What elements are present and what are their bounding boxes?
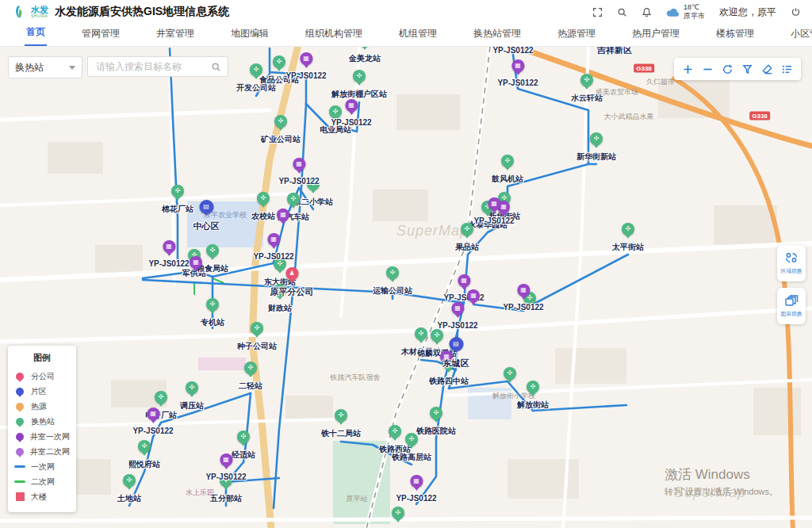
pin-heat-exchange-station[interactable]: ✣ <box>504 367 516 380</box>
pin-heat-exchange-station[interactable]: ✣金美龙站 <box>349 47 381 64</box>
tab-小区管理[interactable]: 小区管理 <box>789 22 812 46</box>
bell-icon[interactable] <box>642 7 652 17</box>
reset-view-icon[interactable] <box>718 59 737 78</box>
pin-well[interactable]: ▦YP-JS0122 <box>148 240 189 268</box>
tab-地图编辑[interactable]: 地图编辑 <box>229 22 270 46</box>
search-category-select[interactable]: 换热站 <box>8 56 82 78</box>
area-switch-label: 区域切换 <box>780 267 802 274</box>
pin-heat-exchange-station[interactable]: ✣运输公司站 <box>373 266 412 297</box>
pin-heat-exchange-station[interactable]: ✣水云轩站 <box>571 74 603 104</box>
pin-well[interactable]: ▦ <box>190 256 202 269</box>
pin-well-icon: ▦ <box>300 52 312 65</box>
pin-well[interactable]: ▦YP-JS0122 <box>473 197 514 225</box>
tab-管网管理[interactable]: 管网管理 <box>80 22 121 46</box>
search-icon[interactable] <box>617 7 627 17</box>
pin-well[interactable]: ▦YP-JS0122 <box>396 475 436 503</box>
pin-district[interactable]: ▤中心区 <box>193 200 220 232</box>
pin-heat-exchange-station[interactable]: ✣鼓风机站 <box>492 155 523 185</box>
pin-well[interactable]: ▦YP-JS0122 <box>285 52 326 80</box>
tab-首页[interactable]: 首页 <box>25 21 47 46</box>
map-block <box>48 142 103 174</box>
legend-item-label: 井室二次网 <box>30 446 70 457</box>
pin-well[interactable]: ▦YP-JS0122 <box>253 233 293 261</box>
pin-well-icon: ▦ <box>190 256 202 269</box>
pin-heat-exchange-station-icon: ✣ <box>274 115 287 128</box>
pin-well[interactable]: ▦YP-JS0122 <box>278 158 319 186</box>
area-switch-button[interactable]: 区域切换 <box>777 245 806 281</box>
pin-heat-exchange-station[interactable]: ✣土地站 <box>117 474 141 504</box>
tab-热用户管理[interactable]: 热用户管理 <box>630 22 681 46</box>
marker-label: YP-JS0122 <box>205 473 246 481</box>
chevron-down-icon <box>69 66 75 73</box>
marker-label: 二轻站 <box>239 381 262 392</box>
legend-pin-swatch <box>16 388 24 396</box>
pin-well[interactable]: ▦YP-JS0122 <box>331 99 371 127</box>
pin-heat-exchange-station[interactable]: ✣种子公司站 <box>237 322 277 352</box>
pin-well[interactable]: ▦YP-JS0122 <box>492 47 533 55</box>
marker-label: 运输公司站 <box>373 285 412 297</box>
pin-heat-exchange-station[interactable]: ✣铁十二局站 <box>321 409 361 439</box>
marker-label: 种子公司站 <box>237 341 277 352</box>
pin-heat-exchange-station[interactable]: ✣解放街站 <box>517 381 549 411</box>
logo-text: 水发 SHUIFA <box>31 6 48 18</box>
pin-heat-exchange-station[interactable]: ✣ <box>392 507 404 519</box>
pin-district[interactable]: ▤吉祥新区 <box>597 47 632 56</box>
map-block <box>373 189 428 221</box>
pin-well[interactable]: ▦YP-JS0122 <box>497 59 538 87</box>
tab-机组管理[interactable]: 机组管理 <box>397 22 439 46</box>
tab-组织机构管理[interactable]: 组织机构管理 <box>304 22 364 46</box>
search-icon[interactable] <box>211 62 221 72</box>
pin-well[interactable]: ▦ <box>467 289 480 302</box>
zoom-in-icon[interactable] <box>678 59 698 78</box>
search-input[interactable] <box>94 60 211 73</box>
layer-list-icon[interactable] <box>777 59 797 78</box>
map-toolbar <box>674 58 801 80</box>
legend-line-swatch <box>14 480 25 483</box>
tab-换热站管理[interactable]: 换热站管理 <box>472 22 523 46</box>
map-canvas[interactable]: 换热站 区域切换 图层切换 <box>0 47 812 528</box>
layer-switch-button[interactable]: 图层切换 <box>777 288 806 324</box>
tab-楼栋管理[interactable]: 楼栋管理 <box>714 22 756 46</box>
pin-well-icon: ▦ <box>488 197 500 210</box>
pin-well-icon: ▦ <box>220 453 232 466</box>
map-block <box>555 348 626 384</box>
pin-heat-exchange-station[interactable]: ✣农校站 <box>251 192 275 222</box>
pin-heat-exchange-station[interactable]: ✣调压站 <box>180 381 204 411</box>
pin-well[interactable]: ▦YP-JS0122 <box>205 453 246 481</box>
clear-icon[interactable] <box>757 59 777 78</box>
tab-热源管理[interactable]: 热源管理 <box>556 22 597 46</box>
logout-icon[interactable] <box>791 7 801 17</box>
pin-heat-exchange-station[interactable]: ✣解放街棚户区站 <box>331 70 387 100</box>
legend-item-label: 二次网 <box>31 476 55 488</box>
pin-heat-exchange-station-icon: ✣ <box>335 409 347 422</box>
pin-well[interactable]: ▦YP-JS0122 <box>437 302 477 330</box>
pin-heat-exchange-station[interactable]: ✣专机站 <box>201 298 224 328</box>
pin-well[interactable]: ▦ <box>277 209 289 221</box>
marker-label: 土地站 <box>117 493 141 504</box>
pin-heat-exchange-station-icon: ✣ <box>257 192 270 205</box>
pin-well[interactable]: ▦YP-JS0122 <box>503 284 543 312</box>
measure-icon[interactable] <box>737 59 757 78</box>
pin-heat-exchange-station-icon: ✣ <box>206 244 219 257</box>
pin-heat-exchange-station[interactable]: ✣二轻站 <box>239 362 262 392</box>
fullscreen-icon[interactable] <box>592 7 603 17</box>
legend-item-label: 换热站 <box>31 416 55 427</box>
zoom-out-icon[interactable] <box>698 59 718 78</box>
pin-branch-company[interactable]: ♟原平分公司 <box>270 267 314 298</box>
road <box>674 78 793 528</box>
windows-activation-watermark: 激活 Windows 转到“设置”以激活 Windows。 <box>665 465 778 498</box>
pin-heat-exchange-station[interactable]: ✣棉花厂站 <box>162 185 193 215</box>
pin-heat-exchange-station[interactable]: ✣新华街新站 <box>576 132 616 163</box>
pin-heat-exchange-station[interactable]: ✣矿业公司站 <box>261 115 301 145</box>
pin-heat-exchange-station[interactable]: ✣太平街站 <box>612 223 644 253</box>
marker-label: YP-JS0122 <box>473 216 514 225</box>
pin-heat-exchange-station[interactable]: ✣果品站 <box>455 223 479 253</box>
pin-well[interactable]: ▦YP-JS0122 <box>132 407 173 435</box>
page-title: 水发能源盾安供热GIS地理信息系统 <box>55 5 229 19</box>
pin-heat-exchange-station[interactable]: ✣铁路高层站 <box>392 433 431 463</box>
pin-district[interactable]: ▤东城区 <box>443 337 469 369</box>
pin-heat-exchange-station-icon: ✣ <box>206 298 219 311</box>
pin-heat-exchange-station[interactable]: ✣熙悦府站 <box>128 440 160 470</box>
marker-label: 解放街棚户区站 <box>331 89 387 100</box>
tab-井室管理[interactable]: 井室管理 <box>155 22 196 46</box>
